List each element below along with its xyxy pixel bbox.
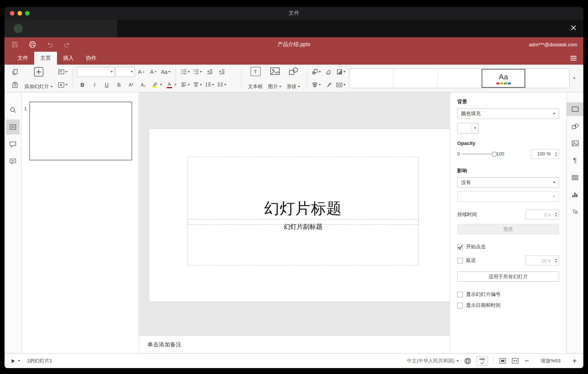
add-slide-button[interactable]: 添加幻灯片 xyxy=(21,65,56,91)
tab-file[interactable]: 文件 xyxy=(11,52,34,65)
highlight-color-button[interactable] xyxy=(150,80,163,90)
zoom-out-button[interactable] xyxy=(524,358,529,363)
traffic-light-minimize[interactable] xyxy=(17,11,22,15)
arrange-shape-button[interactable] xyxy=(311,67,322,77)
redo-button[interactable] xyxy=(63,40,71,49)
tab-insert[interactable]: 插入 xyxy=(57,52,80,65)
slides-panel-button[interactable] xyxy=(6,120,20,135)
notes-area[interactable]: 单击添加备注 xyxy=(139,335,450,353)
spellcheck-toggle[interactable]: ABC xyxy=(477,356,488,366)
tab-collaboration[interactable]: 协作 xyxy=(80,52,103,65)
align-shape-button[interactable] xyxy=(311,80,322,90)
shape-settings-button[interactable] xyxy=(567,120,583,133)
fit-to-width-button[interactable] xyxy=(512,358,519,364)
slide-size-button[interactable] xyxy=(335,80,347,90)
chat-panel-button[interactable] xyxy=(6,154,20,169)
traffic-light-zoom[interactable] xyxy=(25,11,30,15)
horizontal-align-button[interactable] xyxy=(180,80,191,90)
textart-settings-button[interactable]: Ta xyxy=(567,205,583,219)
search-panel-button[interactable] xyxy=(6,102,20,117)
subtitle-placeholder[interactable]: 幻灯片副标题 xyxy=(188,219,419,265)
paragraph-settings-button[interactable]: ¶ xyxy=(567,154,583,167)
insert-textbox-button[interactable]: T 文本框 xyxy=(245,65,265,91)
subscript-button[interactable]: A₂ xyxy=(137,80,149,90)
theme-option[interactable] xyxy=(349,69,393,88)
apply-to-all-slides-button[interactable]: 适用于所有幻灯片 xyxy=(457,272,559,282)
slide-canvas[interactable]: 幻灯片标题 幻灯片副标题 xyxy=(139,92,450,335)
copy-button[interactable] xyxy=(9,67,21,77)
start-slideshow-button[interactable] xyxy=(56,80,69,90)
slide-color-scheme-button[interactable] xyxy=(335,67,347,77)
start-on-click-checkbox[interactable]: 开始点击 xyxy=(457,243,559,250)
effect-type-select[interactable] xyxy=(457,191,559,202)
title-placeholder[interactable]: 幻灯片标题 xyxy=(188,157,419,225)
chart-settings-button[interactable] xyxy=(567,188,583,201)
bold-button[interactable]: B xyxy=(77,80,88,90)
columns-button[interactable] xyxy=(216,80,227,90)
line-spacing-button[interactable] xyxy=(204,80,215,90)
save-button[interactable] xyxy=(11,40,19,49)
chevron-down-icon xyxy=(188,84,190,86)
background-color-picker[interactable] xyxy=(457,123,479,133)
chevron-down-icon xyxy=(456,360,459,362)
fit-to-slide-button[interactable] xyxy=(499,358,506,364)
underline-button[interactable]: U xyxy=(101,80,112,90)
decrease-font-size-button[interactable]: A xyxy=(148,67,159,77)
undo-button[interactable] xyxy=(46,40,54,49)
theme-option[interactable] xyxy=(393,69,437,88)
opacity-input[interactable]: 100 % xyxy=(531,149,559,159)
effect-select[interactable]: 没有 xyxy=(457,177,559,188)
slide-surface[interactable]: 幻灯片标题 幻灯片副标题 xyxy=(149,129,450,302)
tab-home[interactable]: 主页 xyxy=(34,52,57,65)
superscript-button[interactable]: A² xyxy=(125,80,137,90)
delay-checkbox[interactable]: 延迟 xyxy=(457,257,476,264)
preview-button[interactable]: 预览 xyxy=(457,224,559,234)
table-settings-button[interactable] xyxy=(567,171,583,184)
image-settings-button[interactable] xyxy=(567,136,583,150)
show-slide-number-checkbox[interactable]: 显示幻灯片编号 xyxy=(457,291,559,298)
insert-image-button[interactable]: 图片 xyxy=(265,65,284,91)
theme-gallery-expand-button[interactable] xyxy=(570,69,579,88)
delay-input[interactable]: 10 s xyxy=(526,255,559,265)
increase-font-size-button[interactable]: A xyxy=(136,67,147,77)
zoom-level[interactable]: 缩放%53 xyxy=(535,357,567,364)
print-button[interactable] xyxy=(28,40,36,49)
chevron-down-icon xyxy=(65,84,67,86)
change-case-button[interactable]: Aa xyxy=(160,67,172,77)
opacity-slider[interactable] xyxy=(462,152,494,157)
insert-group: T 文本框 图片 形状 xyxy=(245,65,303,91)
strikethrough-button[interactable]: S xyxy=(113,80,125,90)
start-slideshow-status-button[interactable] xyxy=(11,358,16,363)
zoom-in-button[interactable] xyxy=(572,358,577,363)
change-layout-button[interactable] xyxy=(56,67,69,77)
slide-thumbnail-1[interactable] xyxy=(29,101,132,161)
modal-close-button[interactable] xyxy=(569,23,578,33)
theme-option[interactable] xyxy=(526,69,569,88)
insert-shape-button[interactable]: 形状 xyxy=(284,65,303,91)
font-name-combo[interactable] xyxy=(77,67,115,77)
increase-indent-button[interactable] xyxy=(216,67,227,77)
slide-settings-button[interactable] xyxy=(567,102,583,116)
vertical-align-button[interactable] xyxy=(192,80,203,90)
theme-option[interactable] xyxy=(437,69,482,88)
italic-button[interactable]: I xyxy=(89,80,100,90)
clear-style-button[interactable] xyxy=(323,67,334,77)
decrease-indent-button[interactable] xyxy=(204,67,215,77)
spinner-arrows[interactable] xyxy=(553,256,559,265)
language-selector[interactable]: 中文(中华人民共和国) xyxy=(407,357,459,364)
hamburger-menu-icon[interactable] xyxy=(569,52,578,65)
spinner-arrows[interactable] xyxy=(553,210,559,219)
duration-input[interactable]: 2 s xyxy=(526,209,559,220)
set-document-language-button[interactable] xyxy=(464,357,471,364)
bullets-button[interactable] xyxy=(180,67,191,77)
traffic-light-close[interactable] xyxy=(10,11,14,15)
copy-style-button[interactable] xyxy=(323,80,334,90)
show-datetime-checkbox[interactable]: 显示日期和时间 xyxy=(457,302,559,309)
comments-panel-button[interactable] xyxy=(6,136,20,152)
spinner-arrows[interactable] xyxy=(553,149,559,159)
numbering-button[interactable] xyxy=(192,67,203,77)
paste-button[interactable] xyxy=(9,80,21,90)
background-fill-select[interactable]: 颜色填充 xyxy=(457,109,559,119)
font-size-combo[interactable] xyxy=(116,67,135,77)
theme-option-selected[interactable]: Aa xyxy=(482,69,526,88)
